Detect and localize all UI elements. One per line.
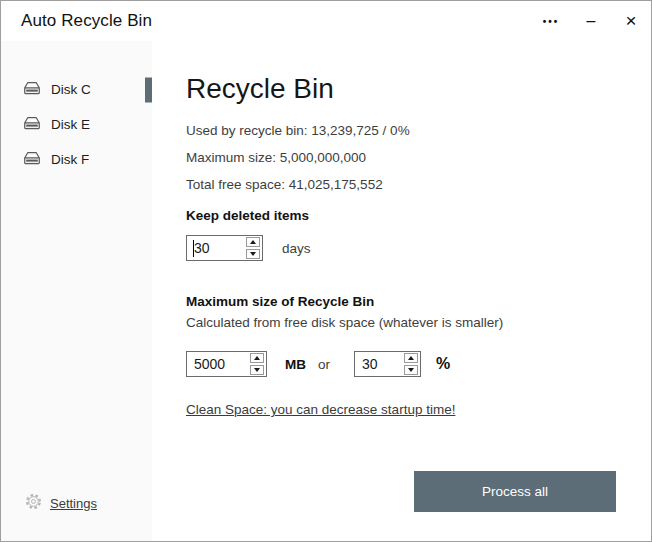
sidebar-item-label: Disk F <box>51 152 89 167</box>
titlebar: Auto Recycle Bin ••• – × <box>1 1 651 41</box>
percent-spinner <box>354 351 421 377</box>
max-size-label: Maximum size of Recycle Bin <box>186 293 651 310</box>
sidebar: Disk C Disk E <box>1 41 152 541</box>
selection-indicator <box>145 77 152 102</box>
percent-unit-label: % <box>436 355 450 373</box>
spin-up-icon[interactable] <box>250 353 264 363</box>
close-icon[interactable]: × <box>611 1 651 41</box>
disk-list: Disk C Disk E <box>1 41 152 177</box>
or-label: or <box>318 357 330 372</box>
mb-input[interactable] <box>187 352 249 376</box>
days-input[interactable] <box>187 236 245 260</box>
hard-drive-icon <box>23 116 41 134</box>
sidebar-item-disk-f[interactable]: Disk F <box>1 142 152 177</box>
keep-days-row: days <box>186 235 651 261</box>
stat-free-space: Total free space: 41,025,175,552 <box>186 171 651 198</box>
spin-up-icon[interactable] <box>404 353 418 363</box>
settings-link[interactable]: Settings <box>50 496 97 511</box>
sidebar-item-label: Disk E <box>51 117 90 132</box>
gear-icon <box>25 493 42 514</box>
minimize-icon[interactable]: – <box>571 1 611 41</box>
spin-down-icon[interactable] <box>250 365 264 375</box>
sidebar-item-disk-e[interactable]: Disk E <box>1 107 152 142</box>
spin-down-icon[interactable] <box>246 249 260 259</box>
stat-used: Used by recycle bin: 13,239,725 / 0% <box>186 117 651 144</box>
clean-space-link[interactable]: Clean Space: you can decrease startup ti… <box>186 402 455 417</box>
sidebar-item-disk-c[interactable]: Disk C <box>1 72 152 107</box>
main-panel: Recycle Bin Used by recycle bin: 13,239,… <box>152 41 651 541</box>
process-all-button[interactable]: Process all <box>414 471 616 512</box>
hard-drive-icon <box>23 81 41 99</box>
max-size-subtitle: Calculated from free disk space (whateve… <box>186 313 651 333</box>
mb-spinner <box>186 351 267 377</box>
stat-max-size: Maximum size: 5,000,000,000 <box>186 144 651 171</box>
text-caret <box>193 240 194 257</box>
spin-down-icon[interactable] <box>404 365 418 375</box>
app-window: Auto Recycle Bin ••• – × Disk C <box>0 0 652 542</box>
window-title: Auto Recycle Bin <box>21 11 152 31</box>
keep-deleted-items-label: Keep deleted items <box>186 207 651 224</box>
mb-unit-label: MB <box>285 357 306 372</box>
menu-dots-icon[interactable]: ••• <box>531 1 571 41</box>
percent-input[interactable] <box>355 352 403 376</box>
days-spinner <box>186 235 263 261</box>
spinner-buttons <box>245 236 262 260</box>
spinner-buttons <box>249 352 266 376</box>
sidebar-item-label: Disk C <box>51 82 91 97</box>
window-controls: ••• – × <box>531 1 651 41</box>
page-title: Recycle Bin <box>186 73 651 105</box>
max-size-row: MB or % <box>186 351 651 377</box>
spin-up-icon[interactable] <box>246 237 260 247</box>
days-unit-label: days <box>282 241 311 256</box>
spinner-buttons <box>403 352 420 376</box>
hard-drive-icon <box>23 151 41 169</box>
settings-row: Settings <box>25 493 97 514</box>
